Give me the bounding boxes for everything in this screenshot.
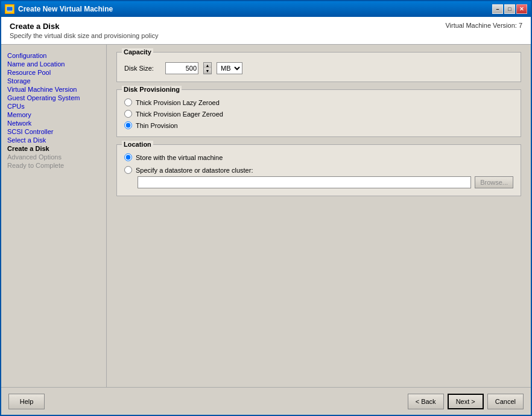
svg-rect-2: [7, 11, 12, 12]
sidebar-item-select-a-disk[interactable]: Select a Disk: [7, 136, 100, 144]
thin-radio[interactable]: [124, 121, 132, 129]
window-title: Create New Virtual Machine: [18, 5, 492, 13]
disk-size-label: Disk Size:: [124, 65, 160, 72]
content-area: ConfigurationName and LocationResource P…: [1, 45, 531, 387]
specify-datastore-label: Specify a datastore or datastore cluster…: [136, 167, 253, 174]
thick-lazy-radio[interactable]: [124, 98, 132, 106]
spin-down-button[interactable]: ▼: [204, 68, 211, 74]
thin-label: Thin Provision: [136, 122, 178, 129]
sidebar-item-configuration[interactable]: Configuration: [7, 52, 100, 59]
next-button[interactable]: Next >: [448, 394, 484, 409]
back-button[interactable]: < Back: [408, 394, 444, 409]
store-with-vm-label: Store with the virtual machine: [136, 154, 223, 161]
svg-rect-1: [8, 11, 11, 11]
thin-option[interactable]: Thin Provision: [124, 121, 513, 129]
capacity-section: Capacity Disk Size: ▲ ▼ MB GB TB: [116, 52, 521, 82]
close-button[interactable]: ✕: [516, 4, 527, 14]
datastore-input-row: Browse...: [138, 176, 513, 188]
sidebar-item-resource-pool[interactable]: Resource Pool: [7, 69, 100, 76]
browse-button[interactable]: Browse...: [475, 176, 513, 188]
help-button[interactable]: Help: [8, 394, 45, 409]
svg-rect-0: [7, 7, 13, 11]
store-with-vm-option[interactable]: Store with the virtual machine: [124, 153, 513, 161]
sidebar-item-ready-to-complete: Ready to Complete: [7, 162, 100, 169]
maximize-button[interactable]: □: [504, 4, 515, 14]
sidebar-item-advanced-options: Advanced Options: [7, 153, 100, 161]
footer: Help < Back Next > Cancel: [1, 387, 531, 415]
thick-eager-label: Thick Provision Eager Zeroed: [136, 110, 223, 118]
disk-provisioning-label: Disk Provisioning: [122, 86, 182, 93]
capacity-label: Capacity: [122, 48, 153, 56]
sidebar-item-network[interactable]: Network: [7, 120, 100, 127]
unit-select[interactable]: MB GB TB: [217, 62, 242, 74]
thick-eager-radio[interactable]: [124, 110, 132, 118]
datastore-input[interactable]: [138, 176, 471, 188]
titlebar: Create New Virtual Machine – □ ✕: [1, 1, 531, 17]
disk-size-spinner: ▲ ▼: [203, 62, 212, 74]
header-bar: Virtual Machine Version: 7 Create a Disk…: [1, 17, 531, 45]
footer-left: Help: [8, 394, 45, 409]
specify-datastore-row: Specify a datastore or datastore cluster…: [124, 166, 513, 188]
disk-provisioning-section: Disk Provisioning Thick Provision Lazy Z…: [116, 89, 521, 137]
location-section-label: Location: [122, 141, 153, 148]
main-panel: Capacity Disk Size: ▲ ▼ MB GB TB: [107, 45, 531, 387]
vm-version-label: Virtual Machine Version: 7: [445, 22, 522, 29]
sidebar-item-guest-operating-system[interactable]: Guest Operating System: [7, 94, 100, 101]
sidebar-item-memory[interactable]: Memory: [7, 111, 100, 118]
footer-right: < Back Next > Cancel: [408, 394, 524, 409]
thick-lazy-label: Thick Provision Lazy Zeroed: [136, 99, 220, 106]
titlebar-buttons: – □ ✕: [492, 4, 527, 14]
sidebar-item-virtual-machine-version[interactable]: Virtual Machine Version: [7, 86, 100, 93]
main-window: Create New Virtual Machine – □ ✕ Virtual…: [0, 0, 532, 416]
specify-datastore-radio[interactable]: [124, 166, 132, 174]
thick-eager-option[interactable]: Thick Provision Eager Zeroed: [124, 110, 513, 118]
location-options: Store with the virtual machine Specify a…: [124, 153, 513, 188]
thick-lazy-option[interactable]: Thick Provision Lazy Zeroed: [124, 98, 513, 106]
sidebar-item-cpus[interactable]: CPUs: [7, 103, 100, 110]
sidebar-item-scsi-controller[interactable]: SCSI Controller: [7, 128, 100, 135]
cancel-button[interactable]: Cancel: [487, 394, 524, 409]
specify-datastore-option[interactable]: Specify a datastore or datastore cluster…: [124, 166, 513, 174]
spin-up-button[interactable]: ▲: [204, 63, 211, 68]
sidebar-item-name-and-location[interactable]: Name and Location: [7, 60, 100, 68]
page-subtitle: Specify the virtual disk size and provis…: [10, 32, 522, 39]
disk-size-input[interactable]: [165, 62, 198, 74]
provisioning-options: Thick Provision Lazy Zeroed Thick Provis…: [124, 98, 513, 129]
store-with-vm-radio[interactable]: [124, 153, 132, 161]
sidebar-item-create-a-disk[interactable]: Create a Disk: [7, 145, 100, 152]
minimize-button[interactable]: –: [492, 4, 503, 14]
sidebar: ConfigurationName and LocationResource P…: [1, 45, 107, 387]
sidebar-item-storage[interactable]: Storage: [7, 77, 100, 85]
vm-icon: [5, 4, 14, 14]
location-section: Location Store with the virtual machine …: [116, 144, 521, 196]
